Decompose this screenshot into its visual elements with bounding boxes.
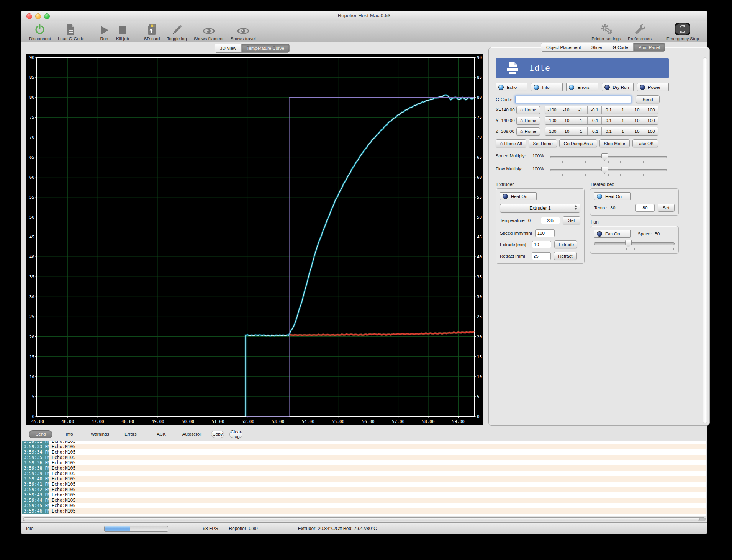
jog-step-button[interactable]: -100: [545, 106, 559, 114]
toggle-echo[interactable]: Echo: [496, 83, 527, 91]
toolbar-button-label: Kill job: [116, 36, 129, 41]
home-z-button[interactable]: ⌂Home: [516, 127, 540, 136]
log-scrollbar-thumb[interactable]: [23, 518, 700, 521]
extrude-button[interactable]: Extrude: [554, 240, 577, 248]
tab-temperature-curve[interactable]: Temperature Curve: [241, 44, 289, 52]
log-scrollbar[interactable]: [23, 517, 706, 521]
toolbar-button-emergency-stop[interactable]: Emergency Stop: [666, 22, 699, 42]
fan-toggle[interactable]: Fan On: [594, 230, 631, 238]
log-view[interactable]: 3:59:32 PMEcho:M1053:59:33 PMEcho:M1053:…: [22, 441, 706, 516]
toggle-power[interactable]: Power: [637, 83, 669, 91]
slider-thumb[interactable]: [625, 240, 632, 247]
jog-step-button[interactable]: 1: [616, 106, 630, 114]
flow-multiply-slider[interactable]: [550, 167, 667, 176]
jog-step-button[interactable]: -0.1: [587, 106, 601, 114]
toolbar-button-printer-settings[interactable]: Printer settings: [591, 22, 621, 42]
jog-step-button[interactable]: -100: [545, 117, 559, 124]
jog-step-button[interactable]: -1: [573, 106, 587, 114]
jog-step-button[interactable]: -100: [545, 127, 559, 135]
extrude-label: Extrude [mm]: [500, 242, 526, 247]
log-tab-autoscroll[interactable]: Autoscroll: [178, 432, 206, 436]
slider-thumb[interactable]: [601, 167, 608, 174]
extruder-select[interactable]: Extruder 1: [500, 204, 580, 213]
tab-3d-view[interactable]: 3D View: [215, 44, 241, 52]
minimize-button[interactable]: [35, 13, 41, 19]
home-x-button[interactable]: ⌂Home: [516, 106, 540, 114]
gcode-input[interactable]: [515, 96, 631, 103]
title-bar[interactable]: Repetier-Host Mac 0.53: [21, 11, 707, 21]
log-tab-info[interactable]: Info: [56, 432, 83, 436]
extruder-speed-input[interactable]: [535, 229, 555, 237]
jog-step-button[interactable]: 100: [644, 127, 658, 135]
jog-step-button[interactable]: 1: [616, 127, 630, 135]
wrench-icon: [634, 22, 645, 36]
log-tab-send[interactable]: Send: [29, 430, 52, 438]
bed-temperature-row: Temp.: 80 Set: [594, 204, 675, 212]
jog-step-button[interactable]: -0.1: [587, 127, 601, 135]
panel-scrollbar[interactable]: [703, 57, 707, 423]
copy-button[interactable]: Copy: [211, 431, 224, 438]
zoom-button[interactable]: [44, 13, 50, 19]
home-all-button[interactable]: ⌂ Home All: [496, 139, 526, 147]
log-tab-errors[interactable]: Errors: [117, 432, 144, 436]
bed-set-button[interactable]: Set: [658, 204, 675, 212]
toolbar-button-shows-travel[interactable]: Shows travel: [231, 22, 256, 42]
speed-multiply-slider[interactable]: [550, 153, 667, 163]
fan-speed-slider[interactable]: [594, 240, 675, 250]
retract-button[interactable]: Retract: [554, 252, 577, 260]
jog-step-button[interactable]: 10: [630, 127, 644, 135]
toolbar-button-run[interactable]: Run: [99, 22, 109, 42]
extruder-heat-toggle[interactable]: Heat On: [500, 192, 537, 200]
jog-step-button[interactable]: 10: [630, 117, 644, 124]
toggle-errors[interactable]: Errors: [566, 83, 598, 91]
stop-motor-button[interactable]: Stop Motor: [599, 139, 629, 147]
toolbar-button-load-g-code[interactable]: Load G-Code: [58, 22, 84, 42]
toolbar-button-preferences[interactable]: Preferences: [628, 22, 652, 42]
toolbar-button-toggle-log[interactable]: Toggle log: [167, 22, 187, 42]
toolbar-button-disconnect[interactable]: Disconnect: [29, 22, 51, 42]
toggle-dry-run[interactable]: Dry Run: [602, 83, 634, 91]
toggle-info[interactable]: Info: [531, 83, 563, 91]
jog-step-button[interactable]: -10: [559, 106, 573, 114]
tab-slicer[interactable]: Slicer: [586, 43, 608, 51]
slider-track[interactable]: [550, 169, 667, 171]
toolbar-button-kill-job[interactable]: Kill job: [116, 22, 129, 42]
bed-heat-toggle[interactable]: Heat On: [594, 192, 631, 200]
jog-step-button[interactable]: -0.1: [587, 117, 601, 124]
extrude-amount-input[interactable]: [532, 241, 551, 248]
jog-step-button[interactable]: 1: [616, 117, 630, 124]
retract-amount-input[interactable]: [532, 252, 551, 260]
jog-step-button[interactable]: 100: [644, 117, 658, 124]
jog-step-button[interactable]: -1: [573, 117, 587, 124]
clear-log-button[interactable]: Clear Log: [229, 431, 242, 438]
jog-step-button[interactable]: 0.1: [601, 117, 616, 124]
send-button[interactable]: Send: [636, 95, 660, 103]
jog-step-button[interactable]: -1: [573, 127, 587, 135]
jog-step-button[interactable]: 10: [630, 106, 644, 114]
jog-step-button[interactable]: -10: [559, 127, 573, 135]
extruder-temperature-input[interactable]: [541, 217, 560, 224]
set-home-button[interactable]: Set Home: [529, 139, 557, 147]
slider-thumb[interactable]: [601, 153, 608, 161]
close-button[interactable]: [26, 13, 32, 19]
slider-track[interactable]: [594, 242, 675, 245]
log-tab-ack[interactable]: ACK: [147, 432, 175, 436]
jog-step-button[interactable]: 0.1: [601, 127, 616, 135]
log-row: 3:59:40 PMEcho:M105: [22, 476, 706, 482]
toolbar-button-sd-card[interactable]: SD card: [144, 22, 160, 42]
jog-step-button[interactable]: 0.1: [601, 106, 616, 114]
bed-temperature-input[interactable]: [635, 204, 655, 212]
go-dump-area-button[interactable]: Go Dump Area: [559, 139, 597, 147]
tab-print-panel[interactable]: Print Panel: [633, 43, 665, 51]
toolbar-button-shows-filament[interactable]: Shows filament: [194, 22, 224, 42]
jog-step-button[interactable]: 100: [644, 106, 658, 114]
jog-step-button[interactable]: -10: [559, 117, 573, 124]
toolbar-left-group: DisconnectLoad G-CodeRunKill jobSD cardT…: [26, 21, 259, 42]
slider-track[interactable]: [550, 156, 667, 158]
tab-object-placement[interactable]: Object Placement: [541, 43, 586, 51]
tab-g-code[interactable]: G-Code: [608, 43, 633, 51]
extruder-set-button[interactable]: Set: [563, 216, 580, 224]
log-tab-warnings[interactable]: Warnings: [86, 432, 114, 436]
fake-ok-button[interactable]: Fake OK: [632, 139, 658, 147]
home-y-button[interactable]: ⌂Home: [516, 117, 540, 125]
